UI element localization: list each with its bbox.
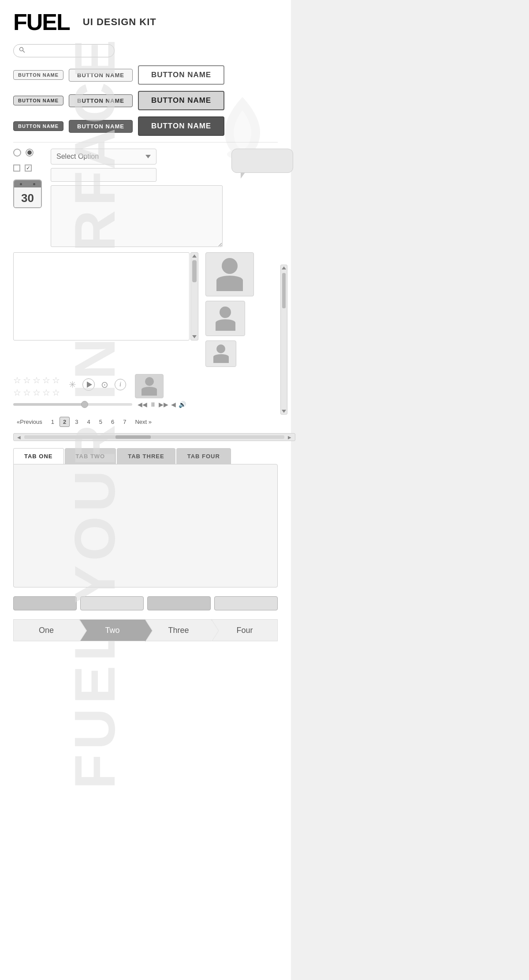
play-button[interactable] bbox=[82, 378, 95, 391]
tabs-section: TAB ONE TAB TWO TAB THREE TAB FOUR bbox=[13, 448, 278, 587]
avatar-card-medium bbox=[205, 301, 245, 336]
button-row1-large[interactable]: BUTTON NAME bbox=[138, 65, 224, 85]
user-head-medium bbox=[220, 307, 231, 318]
skip-back-icon[interactable]: ◀◀ bbox=[138, 401, 147, 408]
right-controls bbox=[231, 149, 293, 173]
scroll-down-arrow[interactable] bbox=[192, 335, 197, 338]
tab-two[interactable]: TAB TWO bbox=[65, 448, 116, 464]
button-row3-large[interactable]: BUTTON NAME bbox=[138, 116, 224, 136]
page-1[interactable]: 1 bbox=[48, 417, 58, 427]
step-three[interactable]: Three bbox=[145, 619, 212, 641]
vertical-scrollbar[interactable] bbox=[190, 252, 198, 340]
step-one[interactable]: One bbox=[13, 619, 79, 641]
media-icons-row: ✳ ⊙ i bbox=[69, 378, 126, 391]
volume-icon[interactable]: 🔊 bbox=[179, 401, 186, 408]
page-5[interactable]: 5 bbox=[96, 417, 106, 427]
button-row3-medium[interactable]: BUTTON NAME bbox=[69, 120, 133, 133]
star-1-2[interactable]: ☆ bbox=[23, 375, 31, 385]
slider-row: ◀◀ ⏸ ▶▶ ◀ 🔊 bbox=[13, 401, 278, 408]
select-arrow-icon bbox=[145, 155, 151, 158]
radio-unchecked[interactable] bbox=[13, 149, 21, 157]
segment-btn-1[interactable] bbox=[13, 596, 77, 610]
main-scroll-up[interactable] bbox=[282, 266, 286, 269]
scrollable-box[interactable] bbox=[13, 252, 190, 340]
button-row2-small[interactable]: BUTTON NAME bbox=[13, 96, 63, 105]
user-body-media bbox=[142, 387, 157, 396]
avatar-card-large bbox=[205, 252, 254, 296]
scroll-thumb[interactable] bbox=[192, 260, 197, 282]
pause-icon[interactable]: ⏸ bbox=[150, 401, 156, 408]
page-2[interactable]: 2 bbox=[60, 417, 70, 427]
page-3[interactable]: 3 bbox=[71, 417, 82, 427]
stars-group: ☆ ☆ ☆ ☆ ☆ ☆ ☆ ☆ ☆ ☆ bbox=[13, 375, 60, 398]
header-subtitle: UI DESIGN KIT bbox=[83, 16, 156, 28]
user-avatar-small bbox=[213, 344, 229, 363]
star-1-5[interactable]: ☆ bbox=[52, 375, 60, 385]
h-scroll-track[interactable] bbox=[24, 435, 284, 439]
star-1-4[interactable]: ☆ bbox=[42, 375, 50, 385]
slider-track[interactable] bbox=[13, 403, 132, 406]
radio-checked[interactable] bbox=[26, 149, 34, 157]
h-scroll-thumb[interactable] bbox=[115, 435, 151, 439]
pagination-next[interactable]: Next » bbox=[131, 417, 155, 427]
info-button[interactable]: i bbox=[115, 379, 126, 390]
star-2-4[interactable]: ☆ bbox=[42, 387, 50, 398]
calendar-body: 30 bbox=[14, 187, 41, 208]
star-2-2[interactable]: ☆ bbox=[23, 387, 31, 398]
prev-track-icon[interactable]: ◀ bbox=[171, 401, 176, 408]
segment-btn-3[interactable] bbox=[147, 596, 211, 610]
step-four[interactable]: Four bbox=[212, 619, 278, 641]
button-row1-medium[interactable]: BUTTON NAME bbox=[69, 69, 133, 82]
select-dropdown[interactable]: Select Option bbox=[51, 149, 156, 165]
checkbox-checked[interactable] bbox=[25, 165, 32, 172]
textarea[interactable] bbox=[51, 185, 223, 247]
star-2-1[interactable]: ☆ bbox=[13, 387, 21, 398]
avatar-card-small bbox=[205, 340, 236, 367]
cal-dot-left bbox=[20, 183, 22, 185]
calendar-icon[interactable]: 30 bbox=[13, 180, 42, 208]
checkbox-unchecked[interactable] bbox=[13, 165, 20, 172]
star-row-2: ☆ ☆ ☆ ☆ ☆ bbox=[13, 387, 60, 398]
slider-thumb[interactable] bbox=[81, 401, 88, 408]
search-bar[interactable] bbox=[13, 44, 115, 57]
search-container bbox=[13, 44, 278, 57]
cal-dot-right bbox=[33, 183, 35, 185]
button-row1-small[interactable]: BUTTON NAME bbox=[13, 70, 63, 80]
star-2-5[interactable]: ☆ bbox=[52, 387, 60, 398]
user-body-medium bbox=[216, 319, 235, 331]
button-row2-medium[interactable]: BUTTON NAME bbox=[69, 94, 133, 107]
user-avatar-media bbox=[142, 377, 157, 396]
button-row3-small[interactable]: BUTTON NAME bbox=[13, 121, 63, 131]
main-vertical-scrollbar[interactable] bbox=[280, 265, 287, 415]
tab-four[interactable]: TAB FOUR bbox=[176, 448, 231, 464]
text-input[interactable] bbox=[51, 168, 156, 182]
search-input[interactable] bbox=[28, 47, 107, 54]
star-1-3[interactable]: ☆ bbox=[33, 375, 41, 385]
page-7[interactable]: 7 bbox=[119, 417, 130, 427]
main-scroll-thumb[interactable] bbox=[282, 273, 286, 308]
star-1-1[interactable]: ☆ bbox=[13, 375, 21, 385]
pagination-prev[interactable]: «Previous bbox=[13, 417, 46, 427]
step-two[interactable]: Two bbox=[79, 619, 145, 641]
scrollable-box-container bbox=[13, 252, 198, 340]
avatar-column bbox=[205, 252, 254, 367]
horizontal-scrollbar[interactable]: ◀ ▶ bbox=[13, 433, 295, 441]
segment-btn-4[interactable] bbox=[214, 596, 278, 610]
bottom-segments bbox=[13, 596, 278, 610]
pin-icon[interactable]: ⊙ bbox=[101, 379, 108, 390]
main-scroll-down[interactable] bbox=[282, 410, 286, 413]
tab-three[interactable]: TAB THREE bbox=[117, 448, 175, 464]
scroll-up-arrow[interactable] bbox=[192, 254, 197, 258]
tab-one[interactable]: TAB ONE bbox=[13, 448, 64, 464]
star-2-3[interactable]: ☆ bbox=[33, 387, 41, 398]
page-4[interactable]: 4 bbox=[84, 417, 94, 427]
h-scroll-right-arrow[interactable]: ▶ bbox=[284, 435, 295, 440]
pagination-row: «Previous 1 2 3 4 5 6 7 Next » bbox=[13, 417, 278, 427]
select-container: Select Option bbox=[51, 149, 223, 247]
page-6[interactable]: 6 bbox=[108, 417, 118, 427]
skip-forward-icon[interactable]: ▶▶ bbox=[159, 401, 168, 408]
h-scroll-left-arrow[interactable]: ◀ bbox=[14, 435, 24, 440]
segment-btn-2[interactable] bbox=[80, 596, 144, 610]
button-row2-large[interactable]: BUTTON NAME bbox=[138, 91, 224, 110]
sunburst-icon[interactable]: ✳ bbox=[69, 379, 76, 390]
